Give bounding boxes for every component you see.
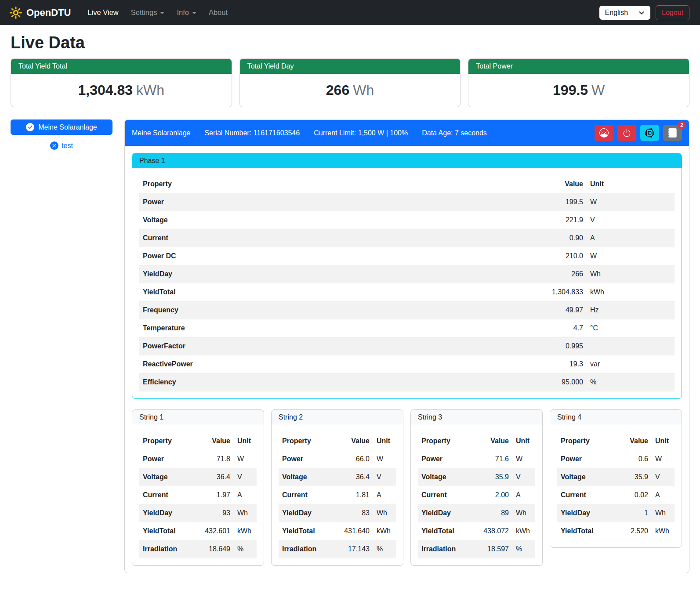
string-card-title: String 3 [411, 410, 542, 425]
table-row: Current0.90A [139, 229, 675, 247]
cell-prop: Temperature [139, 319, 534, 337]
cell-prop: Power [139, 193, 534, 211]
caret-down-icon [192, 12, 196, 14]
column-header-property: Property [557, 432, 611, 450]
cell-unit: °C [587, 319, 675, 337]
table-header-row: Property Value Unit [557, 432, 675, 450]
table-row: Efficiency95.000% [139, 373, 675, 391]
cell-unit: kWh [373, 522, 396, 540]
cell-val: 93 [193, 504, 234, 522]
cell-unit: Wh [373, 504, 396, 522]
cell-val: 221.9 [534, 211, 587, 229]
cell-val: 71.6 [472, 450, 512, 468]
cell-prop: Current [557, 486, 611, 504]
cell-prop: Current [418, 486, 472, 504]
cell-prop: Power [279, 450, 333, 468]
cell-val: 266 [534, 265, 587, 283]
sidebar-item-test[interactable]: test [11, 141, 112, 150]
cell-unit: A [234, 486, 257, 504]
column-header-property: Property [279, 432, 333, 450]
cell-prop: Voltage [557, 468, 611, 486]
cell-unit: var [587, 355, 675, 373]
cell-unit: % [587, 373, 675, 391]
cell-val: 89 [472, 504, 512, 522]
limit-settings-button[interactable] [595, 125, 613, 141]
cell-val: 35.9 [611, 468, 652, 486]
cell-prop: Power DC [139, 247, 534, 265]
sidebar-item-meine-solaranlage[interactable]: Meine Solaranlage [11, 119, 112, 135]
string-card-body: Property Value Unit Power66.0WVoltage36.… [272, 425, 403, 558]
table-row: Temperature4.7°C [139, 319, 675, 337]
cell-unit: W [587, 193, 675, 211]
summary-card-total-yield-day: Total Yield Day 266Wh [239, 58, 461, 107]
cell-unit: A [373, 486, 396, 504]
cell-val: 35.9 [472, 468, 512, 486]
event-log-button[interactable]: 2 [663, 125, 682, 141]
table-row: YieldDay83Wh [279, 504, 396, 522]
cell-prop: YieldTotal [279, 522, 333, 540]
table-head: Property Value Unit [557, 432, 675, 450]
cell-prop: Frequency [139, 301, 534, 319]
content-row: Meine Solaranlage test Meine Solaranlage… [11, 119, 689, 573]
cell-unit: Wh [652, 504, 675, 522]
gauge-icon [599, 128, 609, 137]
phase-card: Phase 1 Property Value Unit Power199.5WV… [132, 153, 682, 399]
cell-val: 432.601 [193, 522, 234, 540]
cell-unit: A [652, 486, 675, 504]
cell-prop: Power [418, 450, 472, 468]
string-card: String 3 Property Value Unit Power71.6WV… [410, 409, 543, 566]
summary-card-total-power: Total Power 199.5W [468, 58, 689, 107]
cell-prop: YieldTotal [139, 283, 534, 301]
cell-prop: Irradiation [418, 540, 472, 558]
brand[interactable]: OpenDTU [10, 7, 71, 19]
phase-card-body: Property Value Unit Power199.5WVoltage22… [132, 168, 682, 391]
cell-unit: W [652, 450, 675, 468]
cell-val: 1,304.833 [534, 283, 587, 301]
table-row: Voltage35.9V [418, 468, 535, 486]
logout-button[interactable]: Logout [656, 5, 689, 20]
column-header-unit: Unit [373, 432, 396, 450]
string-table: Property Value Unit Power66.0WVoltage36.… [279, 432, 396, 558]
cell-val: 438.072 [472, 522, 512, 540]
nav-links: Live View Settings Info About [81, 5, 234, 20]
power-control-button[interactable] [617, 125, 636, 141]
column-header-value: Value [472, 432, 512, 450]
nav-item-settings[interactable]: Settings [125, 5, 171, 20]
table-head: Property Value Unit [139, 432, 257, 450]
language-select[interactable]: English [599, 6, 650, 20]
table-body: Power0.6WVoltage35.9VCurrent0.02AYieldDa… [557, 450, 675, 540]
string-table: Property Value Unit Power71.6WVoltage35.… [418, 432, 535, 558]
cell-prop: YieldDay [557, 504, 611, 522]
nav-item-label: About [209, 8, 228, 17]
table-header-row: Property Value Unit [139, 432, 257, 450]
nav-item-live-view[interactable]: Live View [81, 5, 124, 20]
nav-item-about[interactable]: About [203, 5, 234, 20]
cell-prop: YieldTotal [557, 522, 611, 540]
table-row: Current1.81A [279, 486, 396, 504]
nav-item-info[interactable]: Info [170, 5, 203, 20]
cell-unit: V [512, 468, 535, 486]
journal-icon [668, 128, 677, 137]
table-head: Property Value Unit [139, 175, 675, 193]
cell-unit: Hz [587, 301, 675, 319]
table-row: Power0.6W [557, 450, 675, 468]
cell-prop: Power [139, 450, 193, 468]
summary-card-title: Total Yield Total [11, 59, 232, 74]
device-info-button[interactable] [640, 125, 659, 141]
cell-prop: Efficiency [139, 373, 534, 391]
cell-prop: PowerFactor [139, 337, 534, 355]
cell-unit: W [512, 450, 535, 468]
summary-card-body: 266Wh [240, 74, 461, 107]
inverter-sidebar: Meine Solaranlage test [11, 119, 112, 150]
table-row: Current2.00A [418, 486, 535, 504]
cell-val: 0.995 [534, 337, 587, 355]
inverter-name: Meine Solaranlage [132, 129, 190, 137]
inverter-serial: Serial Number: 116171603546 [204, 129, 300, 137]
table-row: Power71.6W [418, 450, 535, 468]
table-row: Frequency49.97Hz [139, 301, 675, 319]
cell-unit: kWh [234, 522, 257, 540]
table-row: Current0.02A [557, 486, 675, 504]
table-row: YieldDay1Wh [557, 504, 675, 522]
summary-card-unit: kWh [136, 82, 164, 98]
cell-unit: V [373, 468, 396, 486]
